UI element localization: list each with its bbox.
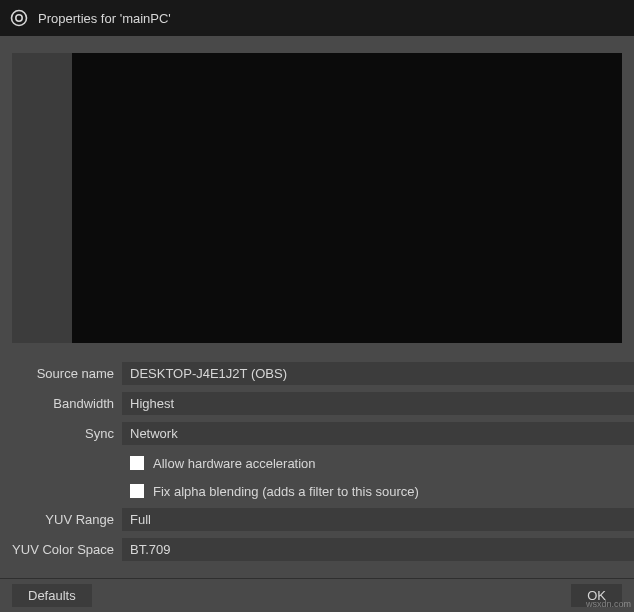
source-name-row: Source name DESKTOP-J4E1J2T (OBS)	[0, 359, 634, 387]
yuv-range-label: YUV Range	[0, 512, 122, 527]
yuv-range-select[interactable]: Full	[122, 508, 634, 531]
source-name-label: Source name	[0, 366, 122, 381]
yuv-range-row: YUV Range Full	[0, 505, 634, 533]
yuv-range-value: Full	[130, 512, 151, 527]
sync-value: Network	[130, 426, 178, 441]
source-name-value: DESKTOP-J4E1J2T (OBS)	[130, 366, 287, 381]
bandwidth-value: Highest	[130, 396, 174, 411]
yuv-color-space-label: YUV Color Space	[0, 542, 122, 557]
yuv-color-space-select[interactable]: BT.709	[122, 538, 634, 561]
fix-alpha-checkbox[interactable]	[130, 484, 144, 498]
allow-hw-accel-row: Allow hardware acceleration	[0, 449, 634, 477]
bandwidth-row: Bandwidth Highest	[0, 389, 634, 417]
sync-row: Sync Network	[0, 419, 634, 447]
bandwidth-label: Bandwidth	[0, 396, 122, 411]
preview-area	[12, 53, 622, 343]
fix-alpha-row: Fix alpha blending (adds a filter to thi…	[0, 477, 634, 505]
yuv-color-space-value: BT.709	[130, 542, 170, 557]
source-name-select[interactable]: DESKTOP-J4E1J2T (OBS)	[122, 362, 634, 385]
preview-sidebar	[12, 53, 72, 343]
window-title: Properties for 'mainPC'	[38, 11, 171, 26]
watermark: wsxdn.com	[586, 599, 631, 609]
sync-label: Sync	[0, 426, 122, 441]
allow-hw-accel-label[interactable]: Allow hardware acceleration	[153, 456, 316, 471]
allow-hw-accel-checkbox[interactable]	[130, 456, 144, 470]
properties-form: Source name DESKTOP-J4E1J2T (OBS) Bandwi…	[0, 351, 634, 563]
svg-point-1	[16, 15, 22, 21]
titlebar: Properties for 'mainPC'	[0, 0, 634, 36]
defaults-button[interactable]: Defaults	[12, 584, 92, 607]
sync-select[interactable]: Network	[122, 422, 634, 445]
fix-alpha-label[interactable]: Fix alpha blending (adds a filter to thi…	[153, 484, 419, 499]
app-icon	[10, 9, 28, 27]
dialog-footer: Defaults OK	[0, 578, 634, 612]
bandwidth-select[interactable]: Highest	[122, 392, 634, 415]
svg-point-0	[12, 11, 27, 26]
yuv-color-space-row: YUV Color Space BT.709	[0, 535, 634, 563]
preview-canvas	[72, 53, 622, 343]
